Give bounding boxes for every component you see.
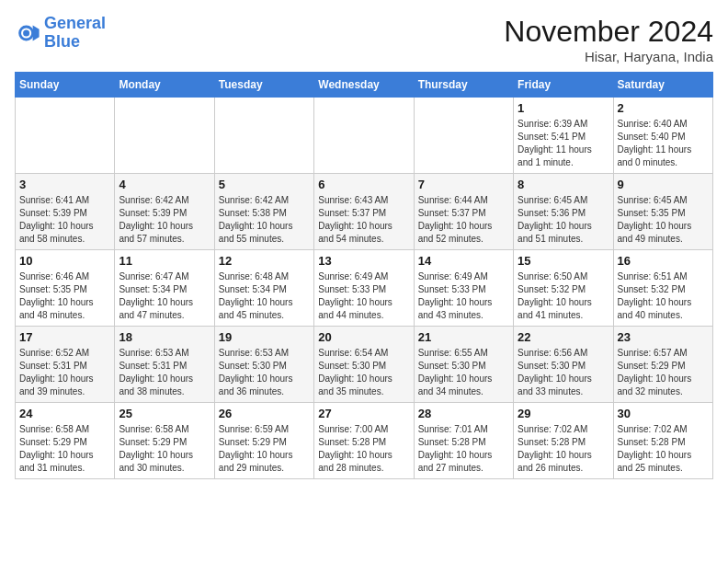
day-cell: 27Sunrise: 7:00 AM Sunset: 5:28 PM Dayli… <box>314 403 414 479</box>
day-number: 29 <box>518 407 609 420</box>
day-number: 24 <box>19 407 110 420</box>
logo-text: General Blue <box>44 15 106 52</box>
day-number: 3 <box>19 178 110 191</box>
day-cell: 24Sunrise: 6:58 AM Sunset: 5:29 PM Dayli… <box>16 403 115 479</box>
day-cell: 17Sunrise: 6:52 AM Sunset: 5:31 PM Dayli… <box>16 327 115 403</box>
day-info: Sunrise: 6:46 AM Sunset: 5:35 PM Dayligh… <box>19 270 110 322</box>
day-header-saturday: Saturday <box>613 73 712 98</box>
day-cell <box>314 98 414 174</box>
day-header-friday: Friday <box>514 73 613 98</box>
day-cell: 4Sunrise: 6:42 AM Sunset: 5:39 PM Daylig… <box>115 174 214 250</box>
day-info: Sunrise: 6:53 AM Sunset: 5:31 PM Dayligh… <box>119 347 210 398</box>
day-info: Sunrise: 6:45 AM Sunset: 5:35 PM Dayligh… <box>618 194 709 246</box>
day-cell: 23Sunrise: 6:57 AM Sunset: 5:29 PM Dayli… <box>613 327 712 403</box>
day-number: 20 <box>318 330 409 344</box>
day-info: Sunrise: 6:47 AM Sunset: 5:34 PM Dayligh… <box>119 270 210 322</box>
day-info: Sunrise: 6:54 AM Sunset: 5:30 PM Dayligh… <box>318 347 409 398</box>
day-info: Sunrise: 7:02 AM Sunset: 5:28 PM Dayligh… <box>518 423 609 475</box>
day-info: Sunrise: 6:58 AM Sunset: 5:29 PM Dayligh… <box>19 423 110 475</box>
day-number: 1 <box>518 101 609 115</box>
day-header-tuesday: Tuesday <box>214 73 313 98</box>
day-info: Sunrise: 6:45 AM Sunset: 5:36 PM Dayligh… <box>518 194 609 246</box>
day-cell: 26Sunrise: 6:59 AM Sunset: 5:29 PM Dayli… <box>214 403 313 479</box>
day-info: Sunrise: 6:55 AM Sunset: 5:30 PM Dayligh… <box>418 347 509 398</box>
day-cell: 9Sunrise: 6:45 AM Sunset: 5:35 PM Daylig… <box>613 174 712 250</box>
day-info: Sunrise: 6:48 AM Sunset: 5:34 PM Dayligh… <box>219 270 310 322</box>
day-cell: 1Sunrise: 6:39 AM Sunset: 5:41 PM Daylig… <box>514 98 613 174</box>
day-info: Sunrise: 6:50 AM Sunset: 5:32 PM Dayligh… <box>518 270 609 322</box>
week-row-1: 1Sunrise: 6:39 AM Sunset: 5:41 PM Daylig… <box>16 98 713 174</box>
day-info: Sunrise: 7:02 AM Sunset: 5:28 PM Dayligh… <box>618 423 709 475</box>
day-number: 4 <box>119 178 210 191</box>
week-row-4: 17Sunrise: 6:52 AM Sunset: 5:31 PM Dayli… <box>16 327 713 403</box>
days-header-row: SundayMondayTuesdayWednesdayThursdayFrid… <box>16 73 713 98</box>
day-cell: 5Sunrise: 6:42 AM Sunset: 5:38 PM Daylig… <box>214 174 313 250</box>
day-cell: 25Sunrise: 6:58 AM Sunset: 5:29 PM Dayli… <box>115 403 214 479</box>
day-cell <box>414 98 513 174</box>
day-cell: 10Sunrise: 6:46 AM Sunset: 5:35 PM Dayli… <box>16 250 115 327</box>
day-number: 25 <box>119 407 210 420</box>
day-cell: 15Sunrise: 6:50 AM Sunset: 5:32 PM Dayli… <box>514 250 613 327</box>
day-number: 26 <box>219 407 310 420</box>
day-info: Sunrise: 6:41 AM Sunset: 5:39 PM Dayligh… <box>19 194 110 246</box>
day-info: Sunrise: 6:59 AM Sunset: 5:29 PM Dayligh… <box>219 423 310 475</box>
day-cell: 30Sunrise: 7:02 AM Sunset: 5:28 PM Dayli… <box>613 403 712 479</box>
day-cell: 22Sunrise: 6:56 AM Sunset: 5:30 PM Dayli… <box>514 327 613 403</box>
day-number: 6 <box>318 178 409 191</box>
day-number: 11 <box>119 254 210 268</box>
day-number: 5 <box>219 178 310 191</box>
day-cell: 19Sunrise: 6:53 AM Sunset: 5:30 PM Dayli… <box>214 327 313 403</box>
day-info: Sunrise: 6:56 AM Sunset: 5:30 PM Dayligh… <box>518 347 609 398</box>
day-number: 17 <box>19 330 110 344</box>
day-number: 8 <box>518 178 609 191</box>
day-number: 2 <box>618 101 709 115</box>
day-info: Sunrise: 6:39 AM Sunset: 5:41 PM Dayligh… <box>518 118 609 169</box>
day-info: Sunrise: 6:52 AM Sunset: 5:31 PM Dayligh… <box>19 347 110 398</box>
day-cell: 14Sunrise: 6:49 AM Sunset: 5:33 PM Dayli… <box>414 250 513 327</box>
day-cell <box>214 98 313 174</box>
calendar-table: SundayMondayTuesdayWednesdayThursdayFrid… <box>15 72 713 479</box>
day-cell <box>16 98 115 174</box>
day-header-monday: Monday <box>115 73 214 98</box>
day-info: Sunrise: 6:58 AM Sunset: 5:29 PM Dayligh… <box>119 423 210 475</box>
day-info: Sunrise: 6:43 AM Sunset: 5:37 PM Dayligh… <box>318 194 409 246</box>
location: Hisar, Haryana, India <box>504 49 713 64</box>
header: General Blue November 2024 Hisar, Haryan… <box>15 15 713 64</box>
day-number: 27 <box>318 407 409 420</box>
day-cell: 28Sunrise: 7:01 AM Sunset: 5:28 PM Dayli… <box>414 403 513 479</box>
week-row-5: 24Sunrise: 6:58 AM Sunset: 5:29 PM Dayli… <box>16 403 713 479</box>
day-number: 23 <box>618 330 709 344</box>
day-cell: 7Sunrise: 6:44 AM Sunset: 5:37 PM Daylig… <box>414 174 513 250</box>
day-cell: 11Sunrise: 6:47 AM Sunset: 5:34 PM Dayli… <box>115 250 214 327</box>
day-cell: 6Sunrise: 6:43 AM Sunset: 5:37 PM Daylig… <box>314 174 414 250</box>
week-row-2: 3Sunrise: 6:41 AM Sunset: 5:39 PM Daylig… <box>16 174 713 250</box>
day-number: 19 <box>219 330 310 344</box>
day-number: 7 <box>418 178 509 191</box>
day-info: Sunrise: 6:42 AM Sunset: 5:39 PM Dayligh… <box>119 194 210 246</box>
logo-icon <box>15 20 40 46</box>
day-info: Sunrise: 6:42 AM Sunset: 5:38 PM Dayligh… <box>219 194 310 246</box>
day-number: 18 <box>119 330 210 344</box>
day-number: 16 <box>618 254 709 268</box>
svg-marker-1 <box>33 25 40 40</box>
logo-blue: Blue <box>44 33 106 52</box>
day-number: 21 <box>418 330 509 344</box>
day-cell: 21Sunrise: 6:55 AM Sunset: 5:30 PM Dayli… <box>414 327 513 403</box>
day-header-sunday: Sunday <box>16 73 115 98</box>
week-row-3: 10Sunrise: 6:46 AM Sunset: 5:35 PM Dayli… <box>16 250 713 327</box>
day-number: 10 <box>19 254 110 268</box>
day-number: 12 <box>219 254 310 268</box>
day-cell: 29Sunrise: 7:02 AM Sunset: 5:28 PM Dayli… <box>514 403 613 479</box>
day-info: Sunrise: 6:57 AM Sunset: 5:29 PM Dayligh… <box>618 347 709 398</box>
day-number: 13 <box>318 254 409 268</box>
day-cell: 20Sunrise: 6:54 AM Sunset: 5:30 PM Dayli… <box>314 327 414 403</box>
day-cell <box>115 98 214 174</box>
day-cell: 18Sunrise: 6:53 AM Sunset: 5:31 PM Dayli… <box>115 327 214 403</box>
title-area: November 2024 Hisar, Haryana, India <box>504 15 713 64</box>
day-cell: 2Sunrise: 6:40 AM Sunset: 5:40 PM Daylig… <box>613 98 712 174</box>
logo-general: General <box>44 14 106 32</box>
day-info: Sunrise: 6:44 AM Sunset: 5:37 PM Dayligh… <box>418 194 509 246</box>
month-title: November 2024 <box>504 15 713 49</box>
day-info: Sunrise: 6:51 AM Sunset: 5:32 PM Dayligh… <box>618 270 709 322</box>
day-cell: 12Sunrise: 6:48 AM Sunset: 5:34 PM Dayli… <box>214 250 313 327</box>
